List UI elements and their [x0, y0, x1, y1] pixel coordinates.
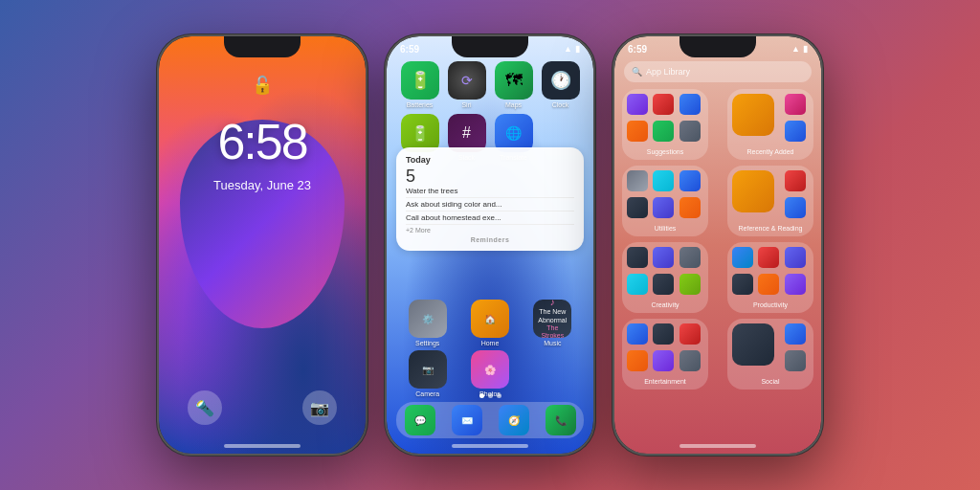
slack-icon[interactable]: # [448, 114, 486, 152]
page-dot-3 [497, 393, 501, 398]
folder-suggestions[interactable]: Suggestions [622, 89, 708, 160]
app-placeholder2 [530, 350, 574, 397]
utilities-icons [627, 170, 703, 222]
cr2-mini [653, 274, 674, 295]
app-maps[interactable]: 🗺 Maps [492, 61, 536, 108]
messages-dock-icon[interactable]: 💬 [405, 405, 435, 435]
widget-item-2: Ask about siding color and... [406, 198, 574, 212]
prod4-mini [758, 274, 779, 295]
app-batteries[interactable]: 🔋 Batteries [398, 61, 442, 108]
app-row-1: 🔋 Batteries ⟳ Siri 🗺 Maps [396, 61, 584, 108]
app-photos[interactable]: 🌸 Photos [468, 350, 512, 397]
util2-mini [627, 197, 648, 218]
widget-title: Today [406, 155, 431, 165]
batteries-icon[interactable]: 🔋 [401, 61, 439, 100]
phone-lockscreen: 🔓 6:58 Tuesday, June 23 🔦 📷 [157, 34, 368, 456]
more2-mini [653, 350, 674, 371]
app-clock[interactable]: 🕐 Clock [539, 61, 583, 108]
cr1-mini [627, 274, 648, 295]
ref1-mini [785, 170, 806, 191]
safari-mini [627, 121, 648, 142]
status-icons: ▲ ▮ [564, 44, 580, 54]
social-label: Social [732, 378, 809, 385]
cr3-mini [679, 274, 701, 295]
util1-mini [679, 170, 701, 191]
home-indicator-lib[interactable] [679, 444, 756, 448]
status-time-lib: 6:59 [628, 44, 647, 55]
batteries-label: Batteries [407, 101, 434, 108]
social-icons [732, 323, 809, 375]
widget-date: 5 [406, 167, 574, 185]
reference-label: Reference & Reading [732, 225, 809, 232]
camera-icon[interactable]: 📷 [409, 350, 447, 389]
folder-utilities[interactable]: Utilities [622, 166, 708, 236]
phone-homescreen: 6:59 ▲ ▮ 🔋 Batteries ⟳ Siri [385, 34, 595, 456]
siri-icon[interactable]: ⟳ [448, 61, 486, 100]
creativity-icons [627, 247, 703, 299]
ref2-mini [785, 197, 806, 218]
folder-social[interactable]: Social [727, 319, 813, 390]
mail-dock-icon[interactable]: ✉️ [452, 405, 482, 435]
appstore-label: Entertainment [627, 378, 703, 385]
settings-icon[interactable]: ⚙️ [409, 300, 447, 338]
status-time: 6:59 [400, 44, 419, 55]
prod1-mini [758, 247, 779, 268]
notch [224, 36, 301, 57]
lockscreen-time: 6:58 [159, 113, 366, 170]
phone-applibrary: 6:59 ▲ ▮ 🔍 App Library [612, 34, 823, 456]
more1-mini [627, 350, 648, 371]
social2-mini [785, 323, 806, 345]
facetime-mini [653, 121, 674, 142]
app-settings[interactable]: ⚙️ Settings [406, 300, 450, 346]
productivity-icons [732, 247, 809, 299]
amazon-mini [732, 94, 774, 136]
prime-mini [653, 323, 674, 345]
home-icon[interactable]: 🏠 [471, 300, 509, 338]
social3-mini [785, 350, 806, 371]
app-home[interactable]: 🏠 Home [468, 300, 512, 346]
app-camera[interactable]: 📷 Camera [406, 350, 450, 397]
lockscreen-date: Tuesday, June 23 [159, 178, 366, 192]
lib-row-4: Entertainment Social [622, 319, 813, 390]
safari-dock-icon[interactable]: 🧭 [499, 405, 529, 435]
music-mini [653, 94, 674, 115]
utilities-label: Utilities [627, 225, 703, 232]
app-music-album[interactable]: ♪ The New Abnormal The Strokes Music [530, 300, 574, 346]
camera-quick-icon[interactable]: 📷 [302, 390, 337, 425]
status-icons-lib: ▲ ▮ [791, 44, 808, 54]
music-label: Music [544, 340, 561, 346]
photos-icon[interactable]: 🌸 [471, 350, 509, 389]
phone-dock-icon[interactable]: 📞 [546, 405, 576, 435]
batteries2-icon[interactable]: 🔋 [401, 114, 439, 152]
folder-appstore[interactable]: Entertainment [622, 319, 708, 390]
recently-added-label: Recently Added [732, 148, 809, 155]
home-indicator[interactable] [452, 444, 528, 448]
translate-icon[interactable]: 🌐 [495, 114, 533, 152]
appstore-mini [627, 323, 648, 345]
maps-label: Maps [505, 101, 522, 108]
flashlight-icon[interactable]: 🔦 [188, 390, 222, 425]
camera-c-mini [627, 247, 648, 268]
util4-mini [679, 197, 701, 218]
app1-mini [785, 94, 806, 115]
folder-recently-added[interactable]: Recently Added [727, 89, 813, 160]
app-library-grid: Suggestions Recently Added [622, 89, 813, 438]
battery-icon-lib: ▮ [803, 44, 808, 54]
folder-reference[interactable]: Reference & Reading [727, 166, 813, 236]
home-indicator[interactable] [224, 444, 301, 448]
news-mini [679, 121, 701, 142]
books-mini [732, 170, 774, 212]
amc-mini [679, 323, 701, 345]
music-album-icon[interactable]: ♪ The New Abnormal The Strokes [533, 300, 571, 338]
reminders-widget[interactable]: Today 5 Water the trees Ask about siding… [396, 147, 584, 251]
clock-icon[interactable]: 🕐 [542, 61, 580, 100]
home-label: Home [481, 340, 500, 346]
app-siri[interactable]: ⟳ Siri [445, 61, 489, 108]
suggestions-label: Suggestions [627, 148, 703, 155]
app-library-search[interactable]: 🔍 App Library [624, 61, 812, 82]
status-bar-lib: 6:59 ▲ ▮ [628, 40, 808, 57]
status-bar: 6:59 ▲ ▮ [400, 40, 580, 57]
folder-productivity[interactable]: Productivity [727, 242, 813, 313]
maps-icon[interactable]: 🗺 [495, 61, 533, 100]
folder-creativity[interactable]: Creativity [622, 242, 708, 313]
